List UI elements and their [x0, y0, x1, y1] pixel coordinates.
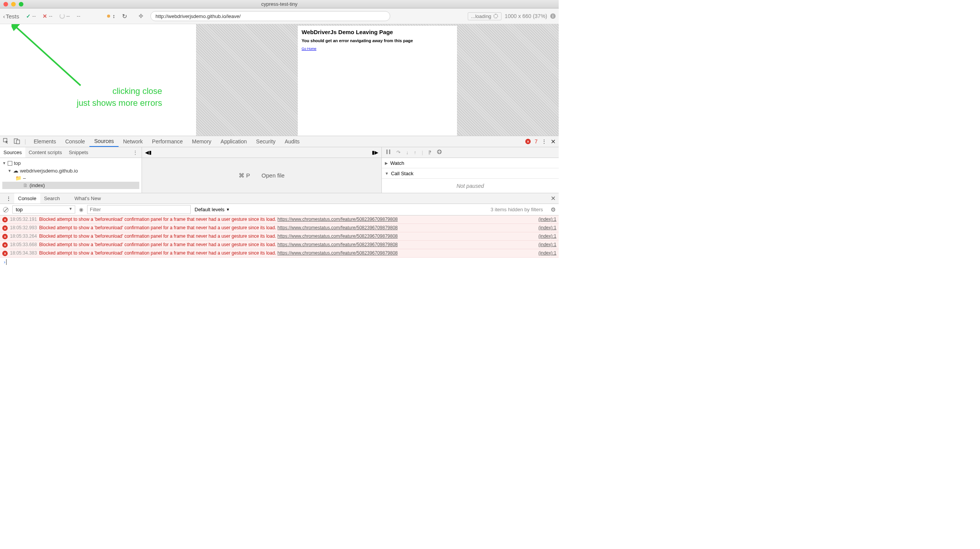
x-icon: ✕ — [43, 13, 47, 19]
tree-folder[interactable]: 📁– — [2, 174, 139, 182]
error-icon: ✕ — [2, 234, 8, 239]
maximize-window-button[interactable] — [19, 2, 23, 7]
drawer-tab-console[interactable]: Console — [14, 193, 40, 204]
svg-rect-8 — [439, 150, 440, 153]
error-count[interactable]: 7 — [535, 138, 538, 145]
log-link[interactable]: https://www.chromestatus.com/feature/508… — [277, 250, 398, 256]
console-prompt[interactable]: › — [0, 258, 559, 266]
viewport-info[interactable]: 1000 x 660 (37%) i — [505, 13, 556, 19]
log-link[interactable]: https://www.chromestatus.com/feature/508… — [277, 242, 398, 247]
log-timestamp: 18:05:33.668 — [10, 242, 37, 248]
sources-panel: Sources Content scripts Snippets ⋮ ▼top … — [0, 147, 559, 193]
eye-icon[interactable]: ◉ — [79, 207, 83, 212]
log-timestamp: 18:05:33.264 — [10, 233, 37, 239]
check-icon: ✓ — [26, 13, 31, 19]
drawer-tab-whatsnew[interactable]: What's New — [71, 193, 105, 204]
separator: | — [25, 138, 26, 145]
tab-performance[interactable]: Performance — [147, 136, 187, 147]
context-selector[interactable]: top — [12, 205, 75, 214]
annotation-arrow — [12, 24, 88, 89]
console-settings-icon[interactable]: ⚙ — [551, 206, 556, 213]
devtools-tabbar: | ElementsConsoleSourcesNetworkPerforman… — [0, 136, 559, 147]
tab-memory[interactable]: Memory — [187, 136, 216, 147]
close-devtools-button[interactable]: ✕ — [551, 138, 556, 145]
pending-count: -- — [66, 13, 70, 19]
app-under-test: WebDriverJs Demo Leaving Page You should… — [298, 26, 457, 136]
reload-button[interactable]: ↻ — [122, 13, 127, 20]
annotation-line1: clicking close — [77, 85, 162, 97]
tab-network[interactable]: Network — [119, 136, 147, 147]
tree-file-index[interactable]: 🗎(index) — [2, 182, 139, 189]
tree-top[interactable]: ▼top — [2, 159, 139, 167]
pending-icon — [59, 13, 65, 19]
window-title: cypress-test-tiny — [261, 1, 298, 7]
subtab-sources[interactable]: Sources — [0, 147, 25, 158]
error-badge-icon[interactable]: ✕ — [525, 139, 531, 144]
debugger-controls: ↷ ↓ ↑ | ⁋ — [382, 147, 559, 158]
url-bar[interactable]: http://webdriverjsdemo.github.io/leave/ — [150, 11, 390, 21]
go-home-link[interactable]: Go Home — [302, 47, 317, 51]
kebab-menu-icon[interactable]: ⋮ — [541, 138, 547, 145]
subtab-snippets[interactable]: Snippets — [65, 147, 92, 158]
sources-subtabs: Sources Content scripts Snippets ⋮ — [0, 147, 142, 158]
svg-rect-4 — [386, 150, 388, 154]
step-into-button[interactable]: ↓ — [406, 150, 409, 155]
log-source[interactable]: (index):1 — [538, 225, 556, 231]
drawer-more-icon[interactable]: ⋮ — [3, 196, 14, 201]
tab-console[interactable]: Console — [61, 136, 89, 147]
annotation-text: clicking close just shows more errors — [77, 85, 162, 109]
chevron-left-icon: ‹ — [3, 13, 5, 20]
cypress-toolbar: ‹ Tests ✓-- ✕-- -- -- ↕ ↻ ✥ http://webdr… — [0, 8, 559, 24]
log-link[interactable]: https://www.chromestatus.com/feature/508… — [277, 217, 398, 222]
drawer-tab-search[interactable]: Search — [40, 193, 64, 204]
duration: -- — [77, 13, 80, 19]
aut-pane: WebDriverJs Demo Leaving Page You should… — [196, 24, 559, 136]
step-out-button[interactable]: ↑ — [414, 150, 417, 155]
close-window-button[interactable] — [3, 2, 8, 7]
show-navigator-icon[interactable]: ◀▮ — [145, 150, 152, 155]
drawer-close-button[interactable]: ✕ — [551, 195, 556, 202]
hidden-items-label[interactable]: 3 items hidden by filters — [490, 207, 543, 212]
deactivate-breakpoints-button[interactable]: ⁋ — [428, 150, 431, 155]
log-link[interactable]: https://www.chromestatus.com/feature/508… — [277, 233, 398, 239]
clear-console-button[interactable] — [3, 207, 8, 212]
file-icon: 🗎 — [23, 182, 28, 188]
open-file-label[interactable]: Open file — [262, 172, 285, 179]
auto-scroll-icon[interactable]: ↕ — [112, 13, 115, 19]
console-filter-input[interactable] — [87, 205, 191, 214]
debugger-sidebar: ↷ ↓ ↑ | ⁋ ▶Watch ▼Call Stack Not paused — [382, 147, 559, 193]
tree-domain[interactable]: ▼☁webdriverjsdemo.github.io — [2, 167, 139, 174]
minimize-window-button[interactable] — [11, 2, 16, 7]
not-paused-label: Not paused — [382, 179, 559, 193]
device-toolbar-icon[interactable] — [14, 138, 20, 145]
pause-button[interactable] — [386, 149, 391, 156]
tab-application[interactable]: Application — [216, 136, 252, 147]
callstack-section[interactable]: ▼Call Stack — [382, 168, 559, 179]
open-file-shortcut: ⌘ P — [239, 172, 250, 179]
log-source[interactable]: (index):1 — [538, 242, 556, 248]
back-to-tests-button[interactable]: ‹ Tests — [3, 13, 19, 20]
log-message: Blocked attempt to show a 'beforeunload'… — [39, 250, 535, 256]
show-debugger-icon[interactable]: ▮▶ — [372, 150, 378, 155]
selector-playground-button[interactable]: ✥ — [139, 13, 144, 20]
inspect-element-icon[interactable] — [3, 138, 9, 145]
tab-audits[interactable]: Audits — [280, 136, 304, 147]
console-log: ✕18:05:32.191Blocked attempt to show a '… — [0, 215, 559, 258]
watch-section[interactable]: ▶Watch — [382, 158, 559, 168]
viewport-size: 1000 x 660 — [505, 13, 531, 19]
tab-elements[interactable]: Elements — [29, 136, 61, 147]
log-source[interactable]: (index):1 — [538, 217, 556, 222]
error-icon: ✕ — [2, 217, 8, 222]
log-source[interactable]: (index):1 — [538, 250, 556, 256]
step-over-button[interactable]: ↷ — [396, 150, 401, 155]
subtab-content-scripts[interactable]: Content scripts — [25, 147, 66, 158]
log-source[interactable]: (index):1 — [538, 233, 556, 239]
log-levels-selector[interactable]: Default levels▼ — [195, 207, 230, 212]
log-message: Blocked attempt to show a 'beforeunload'… — [39, 233, 535, 239]
sources-more-icon[interactable]: ⋮ — [129, 150, 142, 155]
tab-sources[interactable]: Sources — [89, 136, 118, 147]
log-link[interactable]: https://www.chromestatus.com/feature/508… — [277, 225, 398, 230]
tab-security[interactable]: Security — [251, 136, 280, 147]
info-icon: i — [550, 13, 556, 19]
pause-on-exceptions-button[interactable] — [437, 149, 442, 156]
